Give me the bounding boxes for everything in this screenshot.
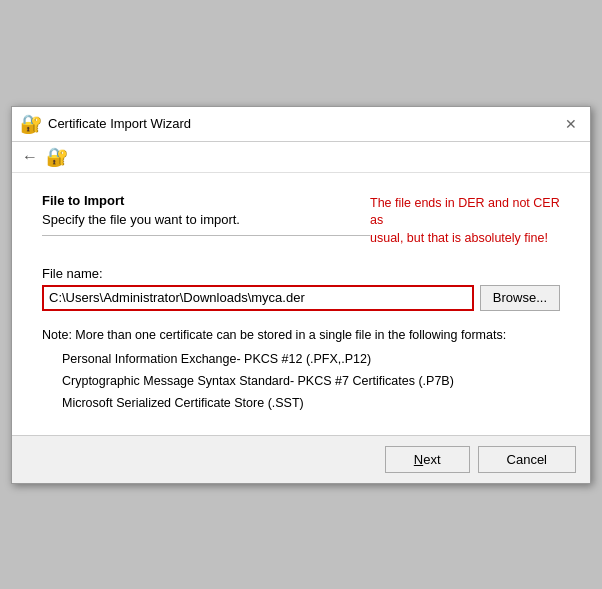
close-button[interactable]: ✕ <box>560 113 582 135</box>
file-name-label: File name: <box>42 266 560 281</box>
note-formats: Personal Information Exchange- PKCS #12 … <box>62 349 560 413</box>
annotation-line2: usual, but that is absolutely fine! <box>370 231 548 245</box>
wizard-icon: 🔐 <box>20 113 42 135</box>
format-sst: Microsoft Serialized Certificate Store (… <box>62 393 560 413</box>
next-button[interactable]: Next <box>385 446 470 473</box>
window-title: Certificate Import Wizard <box>48 116 191 131</box>
file-name-input[interactable] <box>42 285 474 311</box>
note-prefix: Note: More than one certificate can be s… <box>42 328 506 342</box>
format-pkcs12: Personal Information Exchange- PKCS #12 … <box>62 349 560 369</box>
back-button[interactable]: ← <box>22 148 38 166</box>
content-area: File to Import Specify the file you want… <box>12 173 590 435</box>
nav-wizard-icon: 🔐 <box>46 146 68 168</box>
note-section: Note: More than one certificate can be s… <box>42 325 560 413</box>
file-name-field: File name: Browse... <box>42 266 560 311</box>
footer: Next Cancel <box>12 435 590 483</box>
wizard-window: 🔐 Certificate Import Wizard ✕ ← 🔐 File t… <box>11 106 591 484</box>
annotation-line1: The file ends in DER and not CER as <box>370 196 560 228</box>
title-bar: 🔐 Certificate Import Wizard ✕ <box>12 107 590 142</box>
next-label: Next <box>414 452 441 467</box>
browse-button[interactable]: Browse... <box>480 285 560 311</box>
nav-bar: ← 🔐 <box>12 142 590 173</box>
annotation-text: The file ends in DER and not CER as usua… <box>370 195 570 248</box>
section-divider <box>42 235 370 236</box>
cancel-button[interactable]: Cancel <box>478 446 576 473</box>
format-pkcs7: Cryptographic Message Syntax Standard- P… <box>62 371 560 391</box>
file-input-row: Browse... <box>42 285 560 311</box>
title-bar-left: 🔐 Certificate Import Wizard <box>20 113 191 135</box>
